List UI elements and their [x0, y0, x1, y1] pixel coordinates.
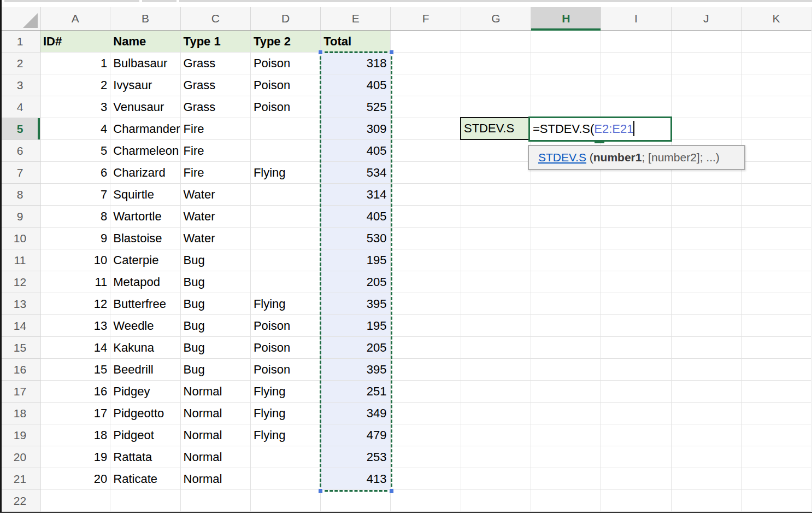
cell-A4[interactable]: 3: [40, 96, 110, 118]
cell-F10[interactable]: [391, 228, 461, 249]
cell-K22[interactable]: [742, 490, 811, 512]
cell-K18[interactable]: [742, 403, 811, 424]
cell-H2[interactable]: [531, 53, 601, 74]
cell-A8[interactable]: 7: [40, 184, 110, 206]
cell-J4[interactable]: [672, 96, 742, 118]
cell-D15[interactable]: Poison: [251, 337, 321, 359]
selection-handle-top-right[interactable]: [389, 50, 394, 55]
cell-C9[interactable]: Water: [181, 206, 251, 228]
cell-H18[interactable]: [531, 403, 601, 424]
cell-G2[interactable]: [461, 53, 531, 74]
cell-A16[interactable]: 15: [40, 359, 110, 381]
cell-H9[interactable]: [531, 206, 601, 228]
cell-D4[interactable]: Poison: [251, 96, 321, 118]
cell-B16[interactable]: Beedrill: [110, 359, 180, 381]
cell-G4[interactable]: [461, 96, 531, 118]
cell-D20[interactable]: [251, 446, 321, 468]
cell-H4[interactable]: [531, 96, 601, 118]
cell-K6[interactable]: [742, 140, 811, 162]
cell-G6[interactable]: [461, 140, 531, 162]
selection-handle-bottom-left[interactable]: [318, 488, 323, 493]
cell-B18[interactable]: Pidgeotto: [110, 403, 180, 424]
cell-C15[interactable]: Bug: [181, 337, 251, 359]
cell-A6[interactable]: 5: [40, 140, 110, 162]
cell-A22[interactable]: [40, 490, 110, 512]
cell-J21[interactable]: [672, 468, 742, 490]
cell-F8[interactable]: [391, 184, 461, 206]
cell-K3[interactable]: [742, 74, 811, 96]
cell-D6[interactable]: [251, 140, 321, 162]
column-header-A[interactable]: A: [40, 7, 110, 30]
cell-H17[interactable]: [531, 381, 601, 403]
cell-F14[interactable]: [391, 315, 461, 337]
cell-D10[interactable]: [251, 228, 321, 249]
cell-B2[interactable]: Bulbasaur: [110, 53, 180, 74]
cell-A12[interactable]: 11: [40, 271, 110, 293]
cell-I3[interactable]: [601, 74, 671, 96]
cell-B17[interactable]: Pidgey: [110, 381, 180, 403]
cell-D13[interactable]: Flying: [251, 293, 321, 315]
cell-D19[interactable]: Flying: [251, 424, 321, 446]
cell-F20[interactable]: [391, 446, 461, 468]
column-header-C[interactable]: C: [181, 7, 251, 30]
cell-I19[interactable]: [601, 424, 671, 446]
cell-G14[interactable]: [461, 315, 531, 337]
cell-H16[interactable]: [531, 359, 601, 381]
cell-H10[interactable]: [531, 228, 601, 249]
cell-I13[interactable]: [601, 293, 671, 315]
row-header-15[interactable]: 15: [0, 337, 40, 359]
cell-F13[interactable]: [391, 293, 461, 315]
cell-B21[interactable]: Raticate: [110, 468, 180, 490]
cell-K8[interactable]: [742, 184, 811, 206]
cell-D21[interactable]: [251, 468, 321, 490]
cell-F7[interactable]: [391, 162, 461, 184]
cell-C19[interactable]: Normal: [181, 424, 251, 446]
cell-K7[interactable]: [742, 162, 811, 184]
cell-A10[interactable]: 9: [40, 228, 110, 249]
cell-K9[interactable]: [742, 206, 811, 228]
column-header-H[interactable]: H: [531, 7, 601, 30]
cell-F1[interactable]: [391, 31, 461, 53]
row-header-13[interactable]: 13: [0, 293, 40, 315]
cell-A9[interactable]: 8: [40, 206, 110, 228]
cell-K12[interactable]: [742, 271, 811, 293]
cell-A7[interactable]: 6: [40, 162, 110, 184]
cell-B13[interactable]: Butterfree: [110, 293, 180, 315]
cell-C10[interactable]: Water: [181, 228, 251, 249]
cell-H21[interactable]: [531, 468, 601, 490]
cell-B5[interactable]: Charmander: [110, 118, 180, 140]
cell-C2[interactable]: Grass: [181, 53, 251, 74]
cell-J17[interactable]: [672, 381, 742, 403]
cell-K20[interactable]: [742, 446, 811, 468]
column-header-F[interactable]: F: [391, 7, 461, 30]
cell-A1[interactable]: ID#: [40, 31, 110, 53]
cell-F12[interactable]: [391, 271, 461, 293]
cell-J13[interactable]: [672, 293, 742, 315]
cell-I14[interactable]: [601, 315, 671, 337]
row-header-12[interactable]: 12: [0, 271, 40, 293]
cell-H14[interactable]: [531, 315, 601, 337]
cell-C6[interactable]: Fire: [181, 140, 251, 162]
cell-C4[interactable]: Grass: [181, 96, 251, 118]
cell-F11[interactable]: [391, 249, 461, 271]
cell-A21[interactable]: 20: [40, 468, 110, 490]
cell-C13[interactable]: Bug: [181, 293, 251, 315]
cell-K21[interactable]: [742, 468, 811, 490]
cell-F21[interactable]: [391, 468, 461, 490]
cell-I17[interactable]: [601, 381, 671, 403]
cell-B19[interactable]: Pidgeot: [110, 424, 180, 446]
function-name-link[interactable]: STDEV.S: [538, 151, 586, 164]
cell-A3[interactable]: 2: [40, 74, 110, 96]
cell-B4[interactable]: Venusaur: [110, 96, 180, 118]
cell-B7[interactable]: Charizard: [110, 162, 180, 184]
cell-B10[interactable]: Blastoise: [110, 228, 180, 249]
cell-E22[interactable]: [321, 490, 391, 512]
row-header-4[interactable]: 4: [0, 96, 40, 118]
cell-D1[interactable]: Type 2: [251, 31, 321, 53]
cell-H20[interactable]: [531, 446, 601, 468]
row-header-1[interactable]: 1: [0, 31, 40, 53]
row-header-9[interactable]: 9: [0, 206, 40, 228]
cell-G8[interactable]: [461, 184, 531, 206]
cell-A19[interactable]: 18: [40, 424, 110, 446]
cell-A11[interactable]: 10: [40, 249, 110, 271]
